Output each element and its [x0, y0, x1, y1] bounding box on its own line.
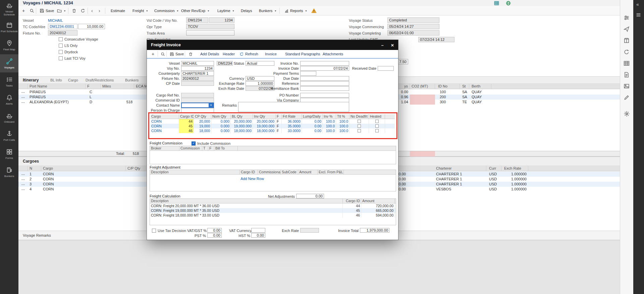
commercial-id-field[interactable] — [181, 98, 214, 103]
ls-only-checkbox[interactable]: LS Only — [59, 43, 77, 48]
save-button[interactable]: Save — [168, 50, 185, 58]
back-button[interactable]: ‹ — [90, 6, 95, 15]
cargo-id-header[interactable]: Cargo ID — [179, 114, 194, 119]
sidebar-item-forms[interactable]: Forms — [0, 145, 18, 163]
remittance-bank-field[interactable] — [300, 86, 349, 91]
bl-qty-header[interactable]: BL Qty — [231, 114, 253, 119]
row-menu-icon[interactable] — [20, 177, 28, 182]
amount-header[interactable]: Amount — [361, 199, 395, 203]
voy-no-field[interactable]: 1234 — [209, 17, 234, 23]
add-details-button[interactable]: Add Details — [199, 50, 220, 58]
invoice-cargo-row[interactable]: CORN 44 20,000 0.000 20,000.000 20,000.0… — [150, 119, 395, 124]
cargo-id-header[interactable]: Cargo ID — [343, 199, 361, 203]
excl-from-pnl-header[interactable]: Excl. From P&L — [318, 170, 344, 175]
hst-field[interactable]: 0.00 — [251, 233, 265, 238]
no-deadfrt-checkbox[interactable] — [350, 128, 369, 133]
last-tci-voy-checkbox[interactable]: Last TCI Voy — [59, 56, 86, 61]
sidebar-item-onboard[interactable]: Onboard — [0, 109, 18, 127]
row-menu-icon[interactable] — [20, 172, 28, 177]
commission-menu[interactable]: Commission — [153, 6, 180, 15]
delete-button[interactable] — [70, 6, 78, 15]
standard-paragraphs-tab[interactable]: Standard Paragraphs — [284, 50, 322, 58]
subcode-header[interactable]: SubCode — [281, 170, 298, 175]
broker-header[interactable]: Broker — [150, 146, 179, 151]
tab-cargo[interactable]: Cargo — [68, 78, 78, 82]
estimate-button[interactable]: Estimate — [109, 6, 127, 15]
delete-button[interactable] — [187, 50, 194, 58]
sidebar-item-vessel-schedule[interactable]: Vessel Schedule — [0, 0, 18, 18]
search-button[interactable] — [159, 50, 166, 58]
grid-icon[interactable] — [624, 60, 630, 67]
tc-hire-field[interactable]: 10,000.00 — [78, 24, 105, 29]
refresh-button[interactable]: Refresh — [238, 50, 260, 58]
new-button[interactable]: + — [150, 50, 156, 58]
commissionable-header[interactable]: Commissionable — [258, 170, 281, 175]
po-number-field[interactable] — [300, 93, 349, 98]
trade-area-field[interactable] — [186, 30, 234, 36]
description-header[interactable]: Description — [150, 170, 240, 175]
person-in-charge-field[interactable] — [181, 108, 214, 113]
voy-no-field[interactable]: 1234 — [181, 66, 214, 71]
opr-type-field[interactable]: TCOV — [186, 24, 234, 29]
exch-rate-header[interactable]: Exch Rate — [502, 166, 528, 171]
id-no-header[interactable]: ID No — [436, 84, 460, 89]
table-view-icon[interactable] — [494, 1, 499, 6]
image-icon[interactable] — [624, 83, 630, 90]
cargo-header[interactable]: Cargo — [150, 114, 179, 119]
st-header[interactable]: St — [461, 84, 469, 89]
sidebar-item-alerts[interactable]: Alerts — [0, 91, 18, 109]
berth-header[interactable]: Berth — [470, 84, 491, 89]
no-deadfrt-checkbox[interactable] — [350, 119, 369, 124]
close-button[interactable] — [387, 40, 397, 50]
row-menu-icon[interactable] — [20, 95, 28, 100]
tab-bl-info[interactable]: BL Info — [50, 78, 62, 82]
row-menu-icon[interactable] — [20, 187, 28, 192]
add-new-row-link[interactable]: Add New Row — [227, 177, 277, 181]
warning-icon[interactable] — [310, 6, 318, 15]
payment-terms-field[interactable] — [300, 71, 316, 76]
sliders-icon[interactable] — [624, 15, 630, 21]
tab-draft-restrictions[interactable]: Draft/Restrictions — [86, 78, 114, 82]
vessel-value[interactable]: MICHAIL — [48, 18, 63, 23]
freight-menu[interactable]: Freight — [131, 6, 149, 15]
chevron-down-icon[interactable] — [209, 103, 213, 107]
row-menu-icon[interactable] — [20, 90, 28, 95]
frt-rate-header[interactable]: Frt Rate — [282, 114, 302, 119]
header-button[interactable]: Header — [221, 50, 236, 58]
breadcrumb[interactable]: Voyages — [23, 0, 41, 5]
row-menu-icon[interactable] — [20, 182, 28, 187]
attachments-tab[interactable]: Attachments — [321, 50, 344, 58]
vsl-code-field[interactable]: DM1234 — [186, 17, 208, 23]
charterer-header[interactable]: Charterer — [434, 166, 486, 171]
calculation-row[interactable]: CORN: Freight 19,000.000 MT * 35.00 USD … — [150, 208, 396, 213]
net-adjustments-field[interactable]: 0.00 — [296, 194, 324, 198]
lump-daily-header[interactable]: Lump/Daily — [302, 114, 323, 119]
edit-icon[interactable] — [624, 95, 630, 101]
vat-gst-field[interactable]: 0.00 — [207, 228, 222, 233]
inv-pct-header[interactable]: Inv % — [323, 114, 336, 119]
laytime-menu[interactable]: Laytime — [216, 6, 236, 15]
use-tax-decision-checkbox[interactable]: Use Tax Decision — [152, 228, 186, 233]
cp-qty-header[interactable]: CP Qty — [194, 114, 211, 119]
document-icon[interactable] — [624, 72, 630, 78]
invoice-cargo-row[interactable]: CORN 46 18,000 0.000 18,000.000 18,000.0… — [150, 128, 395, 133]
minimize-button[interactable] — [377, 40, 387, 50]
heated-checkbox[interactable] — [369, 119, 385, 124]
invoice-no-field[interactable] — [300, 61, 349, 66]
collapse-panel-icon[interactable] — [636, 2, 639, 7]
search-button[interactable] — [28, 6, 36, 15]
copy-menu-button[interactable] — [55, 6, 67, 15]
no-deadfrt-checkbox[interactable] — [350, 124, 369, 128]
cargo-ref-no-field[interactable] — [181, 93, 214, 98]
invoice-date-field[interactable]: 07/22/24 — [300, 66, 349, 71]
sidebar-item-port-schedule[interactable]: Port Schedule — [0, 18, 18, 36]
calculation-row[interactable]: CORN: Freight 18,000.000 MT * 33.00 USD … — [150, 213, 396, 218]
package-icon[interactable] — [624, 38, 630, 44]
sidebar-item-voyages[interactable]: Voyages — [0, 54, 18, 72]
pst-field[interactable]: 0.00 — [207, 233, 222, 238]
globe-icon[interactable] — [506, 1, 511, 6]
menu-icon[interactable] — [636, 12, 641, 18]
f-header[interactable]: F — [276, 114, 282, 119]
tc-code-field[interactable]: DM1234-I0001 — [48, 24, 77, 29]
vat-currency-field[interactable] — [251, 228, 265, 233]
